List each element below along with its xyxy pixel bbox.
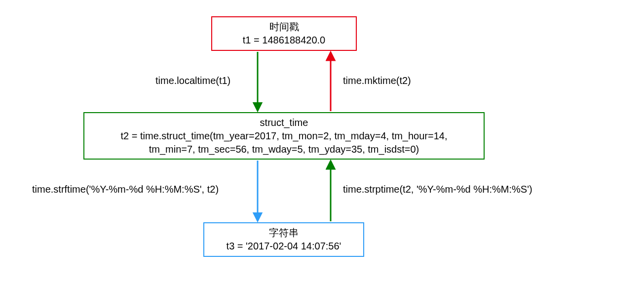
box-timestamp-value: t1 = 1486188420.0 [243, 34, 325, 47]
label-strptime: time.strptime(t2, '%Y-%m-%d %H:%M:%S') [343, 184, 532, 195]
box-timestamp: 时间戳 t1 = 1486188420.0 [211, 16, 357, 51]
box-struct-time: struct_time t2 = time.struct_time(tm_yea… [83, 112, 485, 160]
label-mktime: time.mktime(t2) [343, 75, 411, 86]
box-timestamp-title: 时间戳 [269, 20, 299, 34]
box-struct-time-title: struct_time [260, 116, 308, 129]
label-localtime: time.localtime(t1) [155, 75, 230, 86]
box-string-value: t3 = '2017-02-04 14:07:56' [227, 240, 341, 253]
box-struct-time-value: t2 = time.struct_time(tm_year=2017, tm_m… [121, 129, 448, 156]
label-strftime: time.strftime('%Y-%m-%d %H:%M:%S', t2) [32, 184, 219, 195]
box-string: 字符串 t3 = '2017-02-04 14:07:56' [203, 222, 364, 257]
box-string-title: 字符串 [269, 226, 299, 240]
